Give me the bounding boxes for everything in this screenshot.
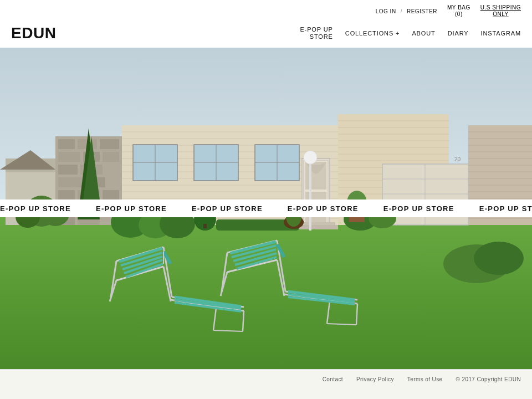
hero-section: 20 [0,48,532,369]
ticker-item: E-POP UP STORE [192,204,263,213]
svg-rect-11 [103,152,119,162]
svg-rect-14 [58,177,83,187]
my-bag-link[interactable]: MY BAG (0) [447,4,470,18]
collections-link[interactable]: COLLECTIONS + [345,30,400,37]
copyright-text: © 2017 Copyright EDUN [456,376,521,382]
auth-links: LOG IN / REGISTER [376,8,437,14]
us-shipping-badge: U.S SHIPPING ONLY [480,4,521,18]
svg-rect-1 [0,214,532,369]
contact-link[interactable]: Contact [323,376,343,382]
epop-store-link[interactable]: E-POP UP STORE [300,26,332,40]
ticker-item: E-POP UP STORE [383,204,454,213]
main-navigation: E-POP UP STORE COLLECTIONS + ABOUT DIARY… [300,26,521,40]
ticker-item: E-POP UP STORE [479,204,532,213]
diary-link[interactable]: DIARY [448,30,469,37]
svg-point-54 [304,151,317,164]
hero-background: 20 [0,48,532,369]
svg-rect-53 [309,158,311,231]
site-footer: Contact Privacy Policy Terms of Use © 20… [0,369,532,389]
svg-rect-12 [58,165,78,175]
svg-point-151 [474,242,524,275]
log-in-link[interactable]: LOG IN [376,8,396,14]
instagram-link[interactable]: INSTAGRAM [481,30,521,37]
svg-rect-101 [203,224,207,228]
register-link[interactable]: REGISTER [407,8,437,14]
ticker-bar: E-POP UP STORE E-POP UP STORE E-POP UP S… [0,200,532,217]
ticker-content: E-POP UP STORE E-POP UP STORE E-POP UP S… [0,204,532,213]
about-link[interactable]: ABOUT [412,30,435,37]
svg-rect-9 [58,152,80,162]
ticker-item: E-POP UP STORE [96,204,167,213]
svg-rect-6 [58,139,75,149]
svg-rect-8 [100,139,119,149]
ticker-item: E-POP UP STORE [0,204,71,213]
privacy-link[interactable]: Privacy Policy [356,376,394,382]
terms-link[interactable]: Terms of Use [407,376,443,382]
ticker-item: E-POP UP STORE [288,204,359,213]
separator: / [401,8,402,14]
top-bar: LOG IN / REGISTER MY BAG (0) U.S SHIPPIN… [11,0,521,20]
site-logo[interactable]: EDUN [11,24,57,42]
nav-bar: EDUN E-POP UP STORE COLLECTIONS + ABOUT … [11,20,521,48]
site-header: LOG IN / REGISTER MY BAG (0) U.S SHIPPIN… [0,0,532,48]
svg-text:20: 20 [454,156,461,162]
